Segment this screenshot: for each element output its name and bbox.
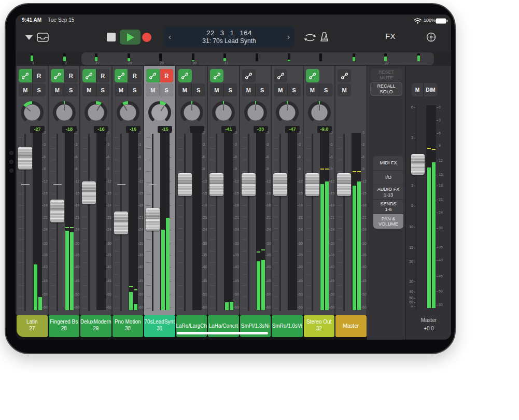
record-enable-button[interactable]: R: [160, 69, 174, 82]
track-label[interactable]: Pno Motion30: [113, 315, 144, 337]
solo-button[interactable]: S: [33, 83, 46, 96]
fader-track[interactable]: [216, 134, 217, 311]
fader-handle[interactable]: [114, 212, 128, 234]
mute-button[interactable]: M: [51, 83, 64, 96]
stop-button[interactable]: [107, 33, 116, 41]
automation-button[interactable]: [146, 69, 160, 82]
play-button[interactable]: [120, 30, 141, 45]
fader-track[interactable]: [88, 134, 90, 311]
automation-button[interactable]: [210, 69, 223, 82]
recall-solo-button[interactable]: RECALL SOLO: [370, 82, 402, 96]
automation-button[interactable]: [306, 69, 319, 82]
solo-button[interactable]: S: [128, 83, 142, 96]
pan-knob[interactable]: [180, 100, 204, 124]
mute-button[interactable]: M: [242, 83, 256, 96]
track-label[interactable]: Fingered Bs28: [49, 315, 80, 337]
browser-button[interactable]: [37, 32, 49, 43]
mute-button[interactable]: M: [82, 83, 96, 96]
pan-knob[interactable]: [116, 100, 140, 124]
mute-button[interactable]: M: [338, 83, 351, 96]
solo-button[interactable]: S: [96, 83, 110, 96]
automation-button[interactable]: [338, 69, 351, 82]
solo-button[interactable]: S: [192, 83, 205, 96]
channel-strip[interactable]: RMS -1803691215182124303540455060: [49, 66, 80, 315]
pan-knob[interactable]: [84, 100, 108, 124]
lcd-display[interactable]: ‹ › 22 3 1 164 31: 70s Lead Synth: [164, 26, 294, 48]
fader-handle[interactable]: [18, 147, 32, 170]
mute-button[interactable]: M: [115, 83, 128, 96]
pan-knob[interactable]: [20, 100, 44, 124]
channel-strip[interactable]: RMS -1603691215182124303540455060: [80, 66, 111, 315]
solo-button[interactable]: S: [160, 83, 174, 96]
track-label[interactable]: Stereo Out32: [304, 315, 335, 337]
view-button-midi-fx[interactable]: MIDI FX: [373, 156, 403, 170]
solo-button[interactable]: S: [224, 83, 237, 96]
view-button-audio-fx[interactable]: AUDIO FX 1-13: [373, 185, 403, 199]
channel-strip[interactable]: RMS -1503691215182124303540455060: [144, 66, 175, 315]
solo-button[interactable]: S: [319, 83, 333, 96]
solo-button[interactable]: S: [288, 83, 301, 96]
master-fader-track[interactable]: [415, 105, 417, 310]
fader-handle[interactable]: [209, 173, 223, 196]
disclosure-button[interactable]: [23, 34, 35, 41]
channel-strip[interactable]: MS -9.003691215182124303540455060: [304, 66, 335, 315]
record-enable-button[interactable]: R: [64, 69, 78, 82]
automation-button[interactable]: [51, 69, 64, 82]
automation-button[interactable]: [178, 69, 192, 82]
solo-button[interactable]: S: [64, 83, 78, 96]
record-enable-button[interactable]: R: [128, 69, 142, 82]
settings-button[interactable]: [426, 32, 437, 43]
fader-track[interactable]: [343, 134, 345, 311]
pan-knob[interactable]: [244, 100, 268, 124]
channel-strip[interactable]: MS 03691215182124303540455060: [176, 66, 207, 315]
channel-strip[interactable]: MS -4103691215182124303540455060: [208, 66, 239, 315]
master-fader-handle[interactable]: [411, 154, 425, 175]
mute-button[interactable]: M: [178, 83, 192, 96]
pan-knob[interactable]: [52, 100, 76, 124]
fx-button[interactable]: FX: [380, 32, 401, 40]
pan-knob[interactable]: [212, 100, 235, 124]
channel-strip[interactable]: M03691215182124303540455060: [335, 66, 367, 315]
master-mute-button[interactable]: M: [412, 83, 423, 96]
automation-button[interactable]: [274, 69, 287, 82]
fader-track[interactable]: [184, 134, 186, 311]
fader-handle[interactable]: [242, 173, 256, 196]
fader-track[interactable]: [279, 134, 281, 311]
fader-handle[interactable]: [82, 181, 96, 204]
channel-strip[interactable]: MS -4703691215182124303540455060: [272, 66, 303, 315]
solo-button[interactable]: S: [256, 83, 269, 96]
pan-knob[interactable]: [148, 100, 172, 124]
automation-button[interactable]: [82, 69, 96, 82]
metronome-button[interactable]: [319, 32, 330, 43]
track-label[interactable]: Latin27: [17, 315, 48, 337]
fader-handle[interactable]: [178, 173, 192, 196]
fader-handle[interactable]: [273, 173, 287, 196]
record-enable-button[interactable]: R: [33, 69, 46, 82]
automation-button[interactable]: [242, 69, 256, 82]
automation-button[interactable]: [115, 69, 128, 82]
mute-button[interactable]: M: [146, 83, 160, 96]
automation-button[interactable]: [19, 69, 32, 82]
track-label[interactable]: DeluxModern29: [80, 315, 111, 337]
mute-button[interactable]: M: [274, 83, 287, 96]
fader-handle[interactable]: [305, 173, 319, 196]
cycle-button[interactable]: [304, 32, 316, 43]
pan-knob[interactable]: [307, 100, 331, 124]
mute-button[interactable]: M: [19, 83, 32, 96]
channel-strip[interactable]: RMS -2703691215182124303540455060: [17, 66, 48, 315]
pan-knob[interactable]: [275, 100, 299, 124]
fader-track[interactable]: [312, 134, 313, 311]
reset-mute-button[interactable]: RESET MUTE: [370, 68, 402, 81]
record-enable-button[interactable]: R: [96, 69, 110, 82]
mute-button[interactable]: M: [306, 83, 319, 96]
master-dim-button[interactable]: DIM: [424, 83, 438, 96]
view-button-pan-volume[interactable]: PAN & VOLUME: [373, 214, 403, 229]
view-button-sends[interactable]: SENDS 1-6: [373, 200, 403, 214]
fader-handle[interactable]: [50, 200, 64, 222]
fader-handle[interactable]: [146, 208, 160, 231]
fader-handle[interactable]: [337, 173, 351, 196]
track-label[interactable]: SmRo/1.0sVi: [272, 315, 303, 337]
mute-button[interactable]: M: [210, 83, 223, 96]
track-label[interactable]: Master: [335, 315, 367, 337]
home-indicator[interactable]: [177, 332, 268, 334]
